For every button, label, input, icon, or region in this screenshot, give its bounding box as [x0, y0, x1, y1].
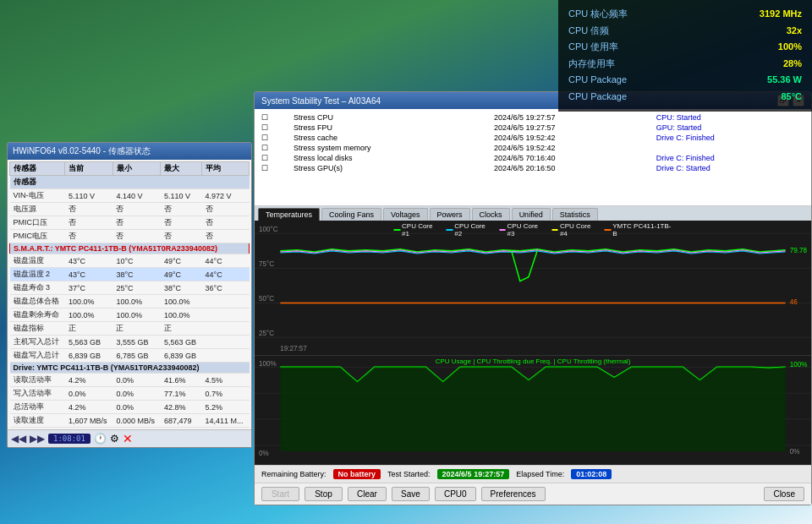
test-started-label: Test Started:	[387, 470, 431, 478]
tab-temperatures[interactable]: Temperatures	[258, 208, 320, 221]
stress-row[interactable]: ☐ Stress local disks 2024/6/5 70:16:40 D…	[258, 153, 808, 163]
cpu-overlay: CPU 核心频率 3192 MHz CPU 倍频 32x CPU 使用率 100…	[558, 0, 812, 112]
table-row[interactable]: 磁盘写入总计 6,839 GB 6,785 GB 6,839 GB	[10, 349, 250, 363]
legend-core4: CPU Core #4	[551, 222, 597, 237]
table-row[interactable]: 电压源 否 否 否 否	[10, 203, 250, 216]
table-row-selected[interactable]: 磁盘温度 2 43°C 38°C 49°C 44°C	[10, 268, 250, 281]
nav-back-icon[interactable]: ◀◀	[11, 433, 26, 445]
svg-text:100%: 100%	[790, 361, 808, 368]
col-sensor: 传感器	[10, 162, 65, 176]
stress-fpu-status: GPU: Started	[653, 123, 808, 133]
svg-text:100%: 100%	[259, 360, 277, 368]
stress-row[interactable]: ☐ Stress system memory 2024/6/5 19:52:42	[258, 143, 808, 153]
svg-rect-0	[255, 221, 811, 355]
legend-core2-dot	[447, 229, 453, 231]
cpu-usage-label: CPU 使用率	[568, 40, 710, 55]
smart-group-header: S.M.A.R.T.: YMTC PC411-1TB-B (YMA51T0RA2…	[10, 243, 250, 254]
table-row[interactable]: 写入活动率 0.0% 0.0% 77.1% 0.7%	[10, 387, 250, 401]
chart-tabs: Temperatures Cooling Fans Voltages Power…	[255, 206, 811, 221]
cpu-multi-label: CPU 倍频	[568, 24, 710, 39]
table-row[interactable]: 主机写入总计 5,563 GB 3,555 GB 5,563 GB	[10, 336, 250, 349]
stress-row[interactable]: ☐ Stress CPU 2024/6/5 19:27:57 CPU: Star…	[258, 112, 808, 123]
stability-bottom-bar: Remaining Battery: No battery Test Start…	[255, 465, 811, 483]
drive-group-header: Drive: YMTC PC411-1TB-B (YMA51T0RA233940…	[10, 363, 250, 374]
stress-row[interactable]: ☐ Stress cache 2024/6/5 19:52:42 Drive C…	[258, 133, 808, 143]
table-row[interactable]: 读取速度 1,607 MB/s 0.000 MB/s 687,479 14,41…	[10, 414, 250, 428]
stress-row[interactable]: ☐ Stress FPU 2024/6/5 19:27:57 GPU: Star…	[258, 123, 808, 133]
legend-core2: CPU Core #2	[447, 222, 492, 237]
table-row[interactable]: 总活动率 4.2% 0.0% 42.8% 5.2%	[10, 401, 250, 414]
tab-clocks[interactable]: Clocks	[472, 208, 510, 221]
preferences-button[interactable]: Preferences	[481, 487, 546, 501]
cpu-multi-value: 32x	[711, 24, 802, 39]
table-row[interactable]: 磁盘寿命 3 37°C 25°C 38°C 36°C	[10, 281, 250, 295]
remaining-battery-label: Remaining Battery:	[261, 470, 326, 478]
temperature-svg: 100°C 75°C 50°C 25°C 79.78 46 19:27:57	[255, 221, 811, 355]
stress-gpu-label: Stress GPU(s)	[290, 163, 491, 173]
legend-ymtc-dot	[605, 229, 612, 231]
tab-voltages[interactable]: Voltages	[383, 208, 428, 221]
stop-button[interactable]: Stop	[304, 487, 343, 501]
start-button[interactable]: Start	[261, 487, 299, 501]
stress-cache-status: Drive C: Finished	[653, 133, 808, 143]
svg-text:25°C: 25°C	[259, 330, 274, 337]
mem-usage-label: 内存使用率	[568, 57, 710, 72]
table-row[interactable]: PMIC电压 否 否 否 否	[10, 230, 250, 243]
tab-unified[interactable]: Unified	[512, 208, 551, 221]
table-row[interactable]: 磁盘总体合格 100.0% 100.0% 100.0%	[10, 295, 250, 308]
table-row[interactable]: 磁盘剩余寿命 100.0% 100.0% 100.0%	[10, 308, 250, 322]
stress-mem-date: 2024/6/5 19:52:42	[491, 143, 653, 153]
legend-core1-dot	[394, 229, 401, 231]
hwinfo-panel: HWiNFO64 v8.02-5440 - 传感器状态 传感器 当前 最小 最大…	[7, 142, 252, 448]
test-started-badge: 2024/6/5 19:27:57	[437, 469, 510, 479]
nav-forward-icon[interactable]: ▶▶	[30, 433, 45, 445]
stress-cpu-status: CPU: Started	[653, 112, 808, 123]
legend-ymtc: YMTC PC411-1TB-B	[605, 222, 672, 237]
close-red-icon[interactable]: ✕	[123, 432, 133, 445]
table-row[interactable]: 读取活动率 4.2% 0.0% 41.6% 4.5%	[10, 374, 250, 387]
stability-window: System Stability Test – AI03A64 🗗 ✕ ☐ St…	[254, 91, 812, 505]
svg-text:50°C: 50°C	[259, 295, 274, 303]
stress-tests-section: ☐ Stress CPU 2024/6/5 19:27:57 CPU: Star…	[255, 109, 811, 206]
cpu-freq-label: CPU 核心频率	[568, 7, 710, 22]
temperature-legend: CPU Core #1 CPU Core #2 CPU Core #3 CPU …	[394, 222, 672, 237]
tab-statistics[interactable]: Statistics	[552, 208, 598, 221]
stress-fpu-label: Stress FPU	[290, 123, 491, 133]
cpu-usage-value: 100%	[711, 40, 802, 55]
close-action-button[interactable]: Close	[764, 487, 804, 501]
legend-core3-dot	[499, 229, 506, 231]
hwinfo-titlebar: HWiNFO64 v8.02-5440 - 传感器状态	[8, 143, 251, 160]
cpu-pkg-temp-label: CPU Package	[568, 90, 710, 105]
tab-cooling-fans[interactable]: Cooling Fans	[321, 208, 381, 221]
col-current: 当前	[65, 162, 113, 176]
svg-text:46: 46	[790, 298, 798, 306]
svg-text:19:27:57: 19:27:57	[280, 345, 307, 352]
stress-cache-date: 2024/6/5 19:52:42	[491, 133, 653, 143]
clock-icon: 🕐	[94, 433, 107, 445]
col-max: 最大	[161, 162, 202, 176]
stress-disk-status: Drive C: Finished	[653, 153, 808, 163]
col-avg: 平均	[202, 162, 250, 176]
legend-core4-dot	[551, 229, 558, 231]
mem-usage-value: 28%	[711, 57, 802, 72]
table-row[interactable]: 磁盘指标 正 正 正	[10, 322, 250, 336]
clear-button[interactable]: Clear	[348, 487, 387, 501]
stress-gpu-date: 2024/6/5 20:16:50	[491, 163, 653, 173]
cpu-usage-svg: 100% 0% 100% 0%	[255, 356, 811, 465]
cpu0-button[interactable]: CPU0	[435, 487, 476, 501]
stress-cache-label: Stress cache	[290, 133, 491, 143]
save-button[interactable]: Save	[392, 487, 430, 501]
settings-icon[interactable]: ⚙	[110, 433, 119, 445]
tab-powers[interactable]: Powers	[430, 208, 470, 221]
table-row[interactable]: 磁盘温度 43°C 10°C 49°C 44°C	[10, 254, 250, 268]
cpu-freq-value: 3192 MHz	[711, 7, 802, 22]
stress-row[interactable]: ☐ Stress GPU(s) 2024/6/5 20:16:50 Drive …	[258, 163, 808, 173]
cpu-usage-chart: CPU Usage | CPU Throttling due Freq. | C…	[255, 356, 811, 465]
stress-gpu-status: Drive C: Started	[653, 163, 808, 173]
voltage-group-header: 传感器	[10, 176, 250, 189]
table-row[interactable]: VIN-电压 5.110 V 4.140 V 5.110 V 4.972 V	[10, 189, 250, 203]
svg-text:0%: 0%	[790, 448, 800, 456]
stress-disk-label: Stress local disks	[290, 153, 491, 163]
table-row[interactable]: PMIC口压 否 否 否 否	[10, 216, 250, 230]
svg-text:75°C: 75°C	[259, 260, 274, 268]
